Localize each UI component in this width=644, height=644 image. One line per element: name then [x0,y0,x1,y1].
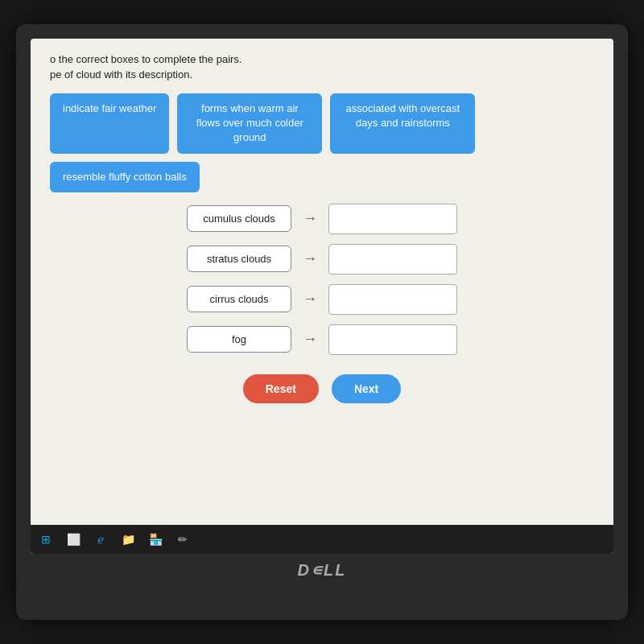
instruction-line2: pe of cloud with its description. [50,68,594,80]
option-chip-4[interactable]: resemble fluffy cotton balls [50,162,200,192]
buttons-row: Reset Next [50,374,594,403]
monitor-bottom: D∊LL [298,560,347,580]
matching-area: cumulus clouds → stratus clouds → cirrus… [50,204,594,355]
arrow-cumulus: → [298,210,322,227]
match-row-stratus: stratus clouds → [187,244,457,275]
drop-box-cirrus[interactable] [328,284,457,315]
drag-options-area: indicate fair weather forms when warm ai… [50,93,594,192]
drop-box-cumulus[interactable] [328,204,457,234]
cloud-label-cumulus: cumulus clouds [187,205,291,232]
monitor-bezel: o the correct boxes to complete the pair… [16,24,628,620]
pen-icon[interactable]: ✏ [174,530,192,548]
dell-logo: D∊LL [298,560,347,580]
drop-box-fog[interactable] [328,324,457,355]
reset-button[interactable]: Reset [243,374,319,403]
store-icon[interactable]: 🏪 [147,530,164,548]
taskbar: ⊞ ⬜ ℯ 📁 🏪 ✏ [31,525,613,554]
option-chip-3[interactable]: associated with overcast days and rainst… [330,93,475,154]
task-view-icon[interactable]: ⬜ [64,530,82,548]
match-row-cumulus: cumulus clouds → [187,204,457,234]
instruction-line1: o the correct boxes to complete the pair… [50,53,594,65]
arrow-stratus: → [298,250,322,267]
match-row-fog: fog → [187,324,457,355]
next-button[interactable]: Next [332,374,401,403]
match-row-cirrus: cirrus clouds → [187,284,457,315]
edge-icon[interactable]: ℯ [92,530,109,548]
windows-icon[interactable]: ⊞ [37,530,55,548]
cloud-label-cirrus: cirrus clouds [187,286,291,312]
cloud-label-fog: fog [187,326,291,353]
cloud-label-stratus: stratus clouds [187,246,291,272]
folder-icon[interactable]: 📁 [119,530,137,548]
arrow-cirrus: → [298,291,322,308]
screen: o the correct boxes to complete the pair… [31,39,613,554]
arrow-fog: → [298,331,322,348]
option-chip-2[interactable]: forms when warm air flows over much cold… [177,93,322,154]
option-chip-1[interactable]: indicate fair weather [50,93,169,154]
drop-box-stratus[interactable] [328,244,457,275]
